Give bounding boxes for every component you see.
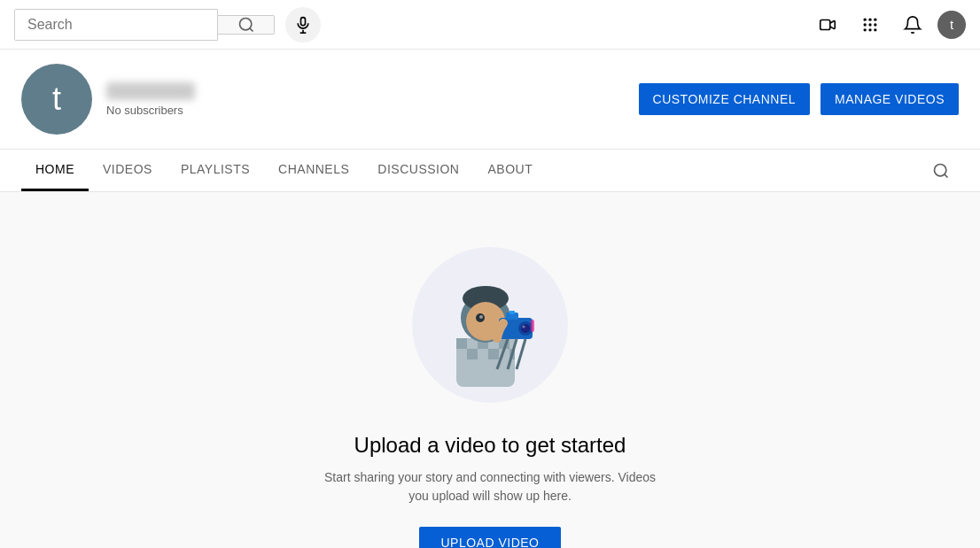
svg-point-8 <box>864 23 867 26</box>
svg-point-13 <box>874 28 876 31</box>
channel-meta: No subscribers <box>106 82 195 117</box>
svg-point-9 <box>868 23 871 26</box>
empty-state-title: Upload a video to get started <box>354 433 626 458</box>
channel-header: t No subscribers CUSTOMIZE CHANNEL MANAG… <box>0 50 980 192</box>
manage-videos-button[interactable]: MANAGE VIDEOS <box>821 83 959 115</box>
svg-rect-2 <box>301 17 306 25</box>
header-left <box>14 7 321 42</box>
apps-icon <box>861 16 879 34</box>
upload-illustration <box>410 245 570 405</box>
svg-point-34 <box>479 315 483 319</box>
svg-line-15 <box>945 174 948 177</box>
channel-actions: CUSTOMIZE CHANNEL MANAGE VIDEOS <box>639 83 959 115</box>
svg-line-1 <box>249 27 253 31</box>
notifications-button[interactable] <box>895 7 930 42</box>
svg-point-39 <box>523 326 525 328</box>
svg-point-14 <box>935 164 946 175</box>
svg-point-6 <box>868 18 871 20</box>
svg-point-11 <box>864 28 867 31</box>
tab-channels[interactable]: CHANNELS <box>264 150 363 191</box>
svg-rect-26 <box>478 349 488 359</box>
channel-identity: t No subscribers <box>21 64 195 135</box>
header-right: t <box>810 7 966 42</box>
svg-point-7 <box>874 18 876 20</box>
mic-button[interactable] <box>285 7 321 42</box>
subscriber-count: No subscribers <box>106 104 195 117</box>
svg-rect-45 <box>531 320 534 332</box>
customize-channel-button[interactable]: CUSTOMIZE CHANNEL <box>639 83 810 115</box>
create-icon <box>818 15 837 35</box>
svg-point-12 <box>868 28 871 31</box>
upload-video-button[interactable]: UPLOAD VIDEO <box>419 527 560 548</box>
channel-name <box>106 82 195 100</box>
header: t <box>0 0 980 50</box>
svg-rect-25 <box>467 349 478 359</box>
svg-point-0 <box>239 18 251 29</box>
svg-rect-18 <box>456 338 467 349</box>
channel-info-bar: t No subscribers CUSTOMIZE CHANNEL MANAG… <box>0 50 980 149</box>
tab-about[interactable]: ABOUT <box>473 150 547 191</box>
channel-tabs: HOME VIDEOS PLAYLISTS CHANNELS DISCUSSIO… <box>0 149 980 191</box>
cameraman-illustration <box>410 245 570 405</box>
bell-icon <box>903 15 922 35</box>
tab-playlists[interactable]: PLAYLISTS <box>167 150 264 191</box>
svg-rect-24 <box>456 349 467 359</box>
svg-rect-44 <box>509 311 515 314</box>
search-icon <box>237 16 255 34</box>
main-content: Upload a video to get started Start shar… <box>0 192 980 548</box>
apps-button[interactable] <box>852 7 888 42</box>
avatar-letter: t <box>950 17 953 32</box>
search-input[interactable] <box>15 10 217 40</box>
user-avatar-button[interactable]: t <box>937 11 966 39</box>
svg-point-5 <box>864 18 867 20</box>
tab-videos[interactable]: VIDEOS <box>89 150 167 191</box>
channel-search-button[interactable] <box>923 153 959 189</box>
svg-point-10 <box>874 23 876 26</box>
svg-rect-27 <box>488 349 499 359</box>
tab-home[interactable]: HOME <box>21 150 89 191</box>
search-bar <box>14 7 321 42</box>
tab-discussion[interactable]: DISCUSSION <box>363 150 473 191</box>
search-input-wrap <box>14 9 218 41</box>
search-button[interactable] <box>218 15 275 35</box>
empty-state-description: Start sharing your story and connecting … <box>313 468 667 506</box>
mic-icon <box>294 16 312 34</box>
svg-point-38 <box>521 324 530 333</box>
create-button[interactable] <box>810 7 845 42</box>
search-icon <box>932 162 950 180</box>
channel-avatar: t <box>21 64 92 135</box>
